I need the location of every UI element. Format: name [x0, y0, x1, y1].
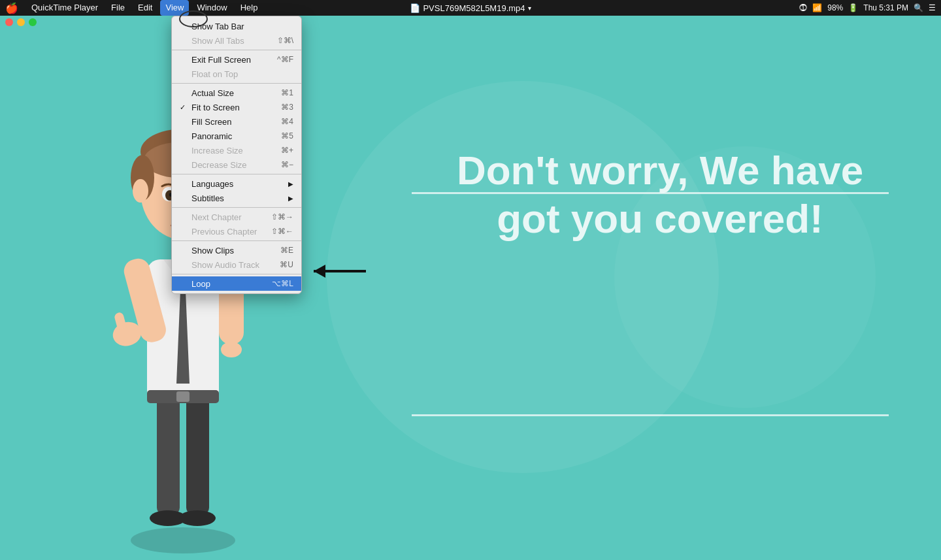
label-next-chapter: Next Chapter	[191, 212, 266, 222]
close-button[interactable]	[5, 18, 13, 26]
battery-pct: 98%	[827, 3, 843, 12]
menu-item-show-all-tabs[interactable]: Show All Tabs ⇧⌘\	[172, 33, 301, 48]
menu-item-actual-size[interactable]: Actual Size ⌘1	[172, 86, 301, 100]
video-background: Don't worry, We have got you covered!	[0, 16, 941, 560]
menu-item-previous-chapter[interactable]: Previous Chapter ⇧⌘←	[172, 224, 301, 239]
menu-item-decrease-size[interactable]: Decrease Size ⌘−	[172, 157, 301, 172]
time-display: Thu 5:31 PM	[863, 3, 908, 12]
separator-1	[172, 50, 301, 50]
label-float-on-top: Float on Top	[191, 69, 288, 79]
menu-item-languages[interactable]: Languages ▶	[172, 176, 301, 191]
label-exit-full-screen: Exit Full Screen	[191, 55, 272, 65]
svg-rect-1	[157, 397, 180, 514]
traffic-lights	[5, 18, 37, 26]
label-previous-chapter: Previous Chapter	[191, 227, 266, 237]
shortcut-previous-chapter: ⇧⌘←	[271, 227, 293, 236]
svg-point-17	[221, 342, 242, 357]
video-text: Don't worry, We have got you covered!	[431, 146, 889, 244]
svg-point-4	[179, 510, 216, 526]
shortcut-next-chapter: ⇧⌘→	[271, 212, 293, 222]
menu-quicktime-player[interactable]: QuickTime Player	[26, 0, 103, 16]
shortcut-fill-screen: ⌘4	[281, 117, 293, 126]
video-line-bottom	[412, 414, 889, 416]
loop-arrow-annotation	[301, 255, 379, 290]
title-chevron[interactable]: ▾	[528, 5, 531, 12]
video-text-line1: Don't worry, We have	[431, 146, 889, 195]
arrow-languages: ▶	[288, 180, 293, 188]
label-show-audio-track: Show Audio Track	[191, 260, 274, 270]
separator-5	[172, 240, 301, 241]
title-text: PVSL769M582L5M19.mp4	[423, 3, 525, 13]
svg-point-30	[133, 179, 148, 203]
shortcut-actual-size: ⌘1	[281, 88, 293, 97]
maximize-button[interactable]	[29, 18, 37, 26]
label-fill-screen: Fill Screen	[191, 117, 276, 127]
video-text-line2: got you covered!	[431, 195, 889, 243]
view-menu-circle	[179, 10, 208, 27]
svg-point-0	[131, 527, 235, 553]
search-icon[interactable]: 🔍	[914, 3, 923, 12]
window-title: 📄 PVSL769M582L5M19.mp4 ▾	[410, 3, 531, 13]
shortcut-exit-full-screen: ^⌘F	[277, 55, 293, 64]
shortcut-show-all-tabs: ⇧⌘\	[277, 36, 293, 45]
menu-item-subtitles[interactable]: Subtitles ▶	[172, 191, 301, 205]
shortcut-loop: ⌥⌘L	[272, 279, 293, 288]
menu-item-increase-size[interactable]: Increase Size ⌘+	[172, 143, 301, 157]
menu-item-loop[interactable]: Loop ⌥⌘L	[172, 276, 301, 291]
svg-marker-33	[314, 265, 325, 278]
menu-item-fit-to-screen[interactable]: ✓ Fit to Screen ⌘3	[172, 100, 301, 114]
label-panoramic: Panoramic	[191, 131, 276, 141]
menu-file[interactable]: File	[106, 0, 130, 16]
menu-item-float-on-top[interactable]: Float on Top	[172, 67, 301, 81]
menu-edit[interactable]: Edit	[133, 0, 157, 16]
separator-4	[172, 207, 301, 208]
menu-item-show-clips[interactable]: Show Clips ⌘E	[172, 243, 301, 257]
shortcut-panoramic: ⌘5	[281, 131, 293, 140]
label-languages: Languages	[191, 179, 286, 189]
arrow-subtitles: ▶	[288, 195, 293, 202]
separator-3	[172, 174, 301, 174]
wifi-icon: 📶	[812, 3, 822, 12]
menu-item-next-chapter[interactable]: Next Chapter ⇧⌘→	[172, 210, 301, 224]
shortcut-decrease-size: ⌘−	[281, 160, 293, 169]
shortcut-show-clips: ⌘E	[280, 246, 293, 255]
lines-icon[interactable]: ☰	[929, 3, 936, 12]
battery-icon: 🔋	[848, 3, 858, 12]
title-icon: 📄	[410, 3, 420, 13]
menu-bar: 🍎 QuickTime Player File Edit View Window…	[0, 0, 941, 16]
shortcut-show-audio-track: ⌘U	[280, 260, 293, 269]
label-fit-to-screen: Fit to Screen	[191, 103, 276, 112]
check-fit-to-screen: ✓	[180, 103, 190, 112]
shortcut-increase-size: ⌘+	[281, 146, 293, 155]
label-show-all-tabs: Show All Tabs	[191, 36, 272, 46]
label-loop: Loop	[191, 279, 267, 289]
label-subtitles: Subtitles	[191, 193, 286, 203]
svg-rect-7	[176, 391, 190, 402]
notification-icon: ⓵	[799, 3, 807, 12]
menubar-right: ⓵ 📶 98% 🔋 Thu 5:31 PM 🔍 ☰	[799, 3, 936, 12]
separator-2	[172, 83, 301, 84]
label-show-clips: Show Clips	[191, 246, 275, 255]
apple-menu[interactable]: 🍎	[5, 2, 18, 14]
shortcut-fit-to-screen: ⌘3	[281, 103, 293, 112]
menu-item-exit-full-screen[interactable]: Exit Full Screen ^⌘F	[172, 52, 301, 67]
label-decrease-size: Decrease Size	[191, 160, 276, 170]
svg-rect-2	[186, 397, 209, 514]
minimize-button[interactable]	[17, 18, 25, 26]
view-dropdown-menu: Show Tab Bar Show All Tabs ⇧⌘\ Exit Full…	[171, 16, 302, 294]
menu-item-panoramic[interactable]: Panoramic ⌘5	[172, 129, 301, 143]
label-increase-size: Increase Size	[191, 146, 276, 156]
menu-item-show-audio-track[interactable]: Show Audio Track ⌘U	[172, 257, 301, 272]
menu-item-fill-screen[interactable]: Fill Screen ⌘4	[172, 114, 301, 129]
separator-6	[172, 274, 301, 274]
label-actual-size: Actual Size	[191, 88, 276, 98]
menu-help[interactable]: Help	[235, 0, 263, 16]
